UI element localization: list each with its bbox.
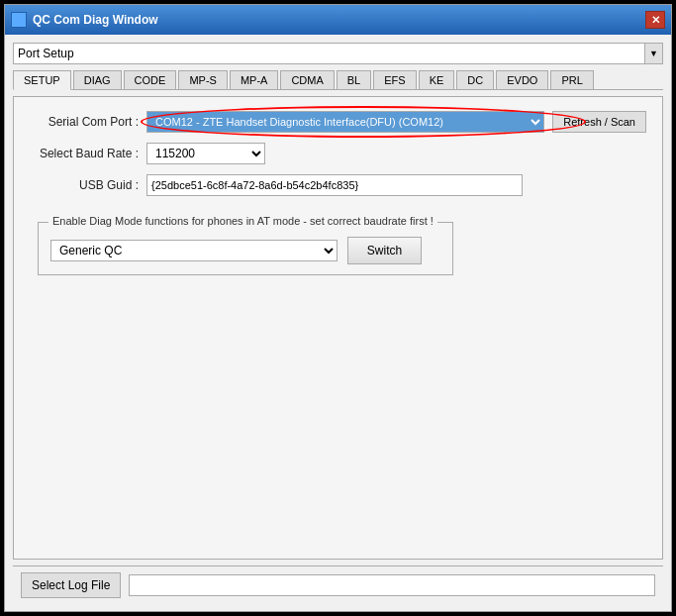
title-bar: QC Com Diag Window ✕	[5, 5, 671, 35]
select-log-button[interactable]: Select Log File	[21, 572, 121, 598]
window-title: QC Com Diag Window	[33, 13, 158, 27]
tab-dc[interactable]: DC	[456, 70, 494, 89]
tab-bar: SETUP DIAG CODE MP-S MP-A CDMA BL EFS KE…	[13, 70, 663, 90]
close-button[interactable]: ✕	[645, 11, 665, 29]
com-port-select[interactable]: COM12 - ZTE Handset Diagnostic Interface…	[146, 111, 544, 133]
tab-code[interactable]: CODE	[124, 70, 177, 89]
tab-evdo[interactable]: EVDO	[496, 70, 548, 89]
switch-button[interactable]: Switch	[347, 237, 422, 264]
tab-cdma[interactable]: CDMA	[280, 70, 334, 89]
tab-efs[interactable]: EFS	[373, 70, 416, 89]
diag-mode-group: Enable Diag Mode functions for phones in…	[38, 222, 453, 275]
title-bar-text: QC Com Diag Window	[11, 12, 158, 28]
port-setup-arrow[interactable]: ▼	[644, 44, 662, 63]
tab-mpa[interactable]: MP-A	[230, 70, 279, 89]
usb-guid-input[interactable]	[146, 174, 523, 196]
setup-content: Serial Com Port : COM12 - ZTE Handset Di…	[13, 96, 663, 560]
baud-rate-row: Select Baud Rate : 115200	[30, 143, 646, 164]
tab-mps[interactable]: MP-S	[178, 70, 228, 89]
main-window: QC Com Diag Window ✕ Port Setup ▼ SETUP …	[4, 4, 672, 612]
serial-com-port-label: Serial Com Port :	[30, 115, 139, 129]
content-spacer	[30, 285, 646, 545]
port-setup-row: Port Setup ▼	[13, 43, 663, 64]
tab-ke[interactable]: KE	[419, 70, 455, 89]
port-setup-select-container: Port Setup ▼	[13, 43, 663, 64]
tab-diag[interactable]: DIAG	[73, 70, 122, 89]
refresh-scan-button[interactable]: Refresh / Scan	[552, 111, 646, 133]
app-icon	[11, 12, 27, 28]
baud-rate-label: Select Baud Rate :	[30, 147, 139, 160]
log-file-input[interactable]	[129, 574, 655, 596]
diag-mode-select[interactable]: Generic QC	[50, 240, 338, 261]
port-setup-label: Port Setup	[14, 47, 644, 60]
usb-guid-row: USB Guid :	[30, 174, 646, 196]
diag-mode-legend: Enable Diag Mode functions for phones in…	[48, 215, 437, 227]
window-body: Port Setup ▼ SETUP DIAG CODE MP-S MP-A C…	[5, 35, 671, 611]
serial-com-port-row: Serial Com Port : COM12 - ZTE Handset Di…	[30, 111, 646, 133]
bottom-bar: Select Log File	[13, 565, 663, 603]
tab-bl[interactable]: BL	[337, 70, 371, 89]
usb-guid-label: USB Guid :	[30, 178, 139, 192]
baud-rate-select[interactable]: 115200	[146, 143, 265, 164]
tab-setup[interactable]: SETUP	[13, 70, 71, 90]
diag-mode-row: Generic QC Switch	[50, 237, 440, 264]
tab-prl[interactable]: PRL	[550, 70, 593, 89]
com-port-wrapper: COM12 - ZTE Handset Diagnostic Interface…	[146, 111, 544, 133]
